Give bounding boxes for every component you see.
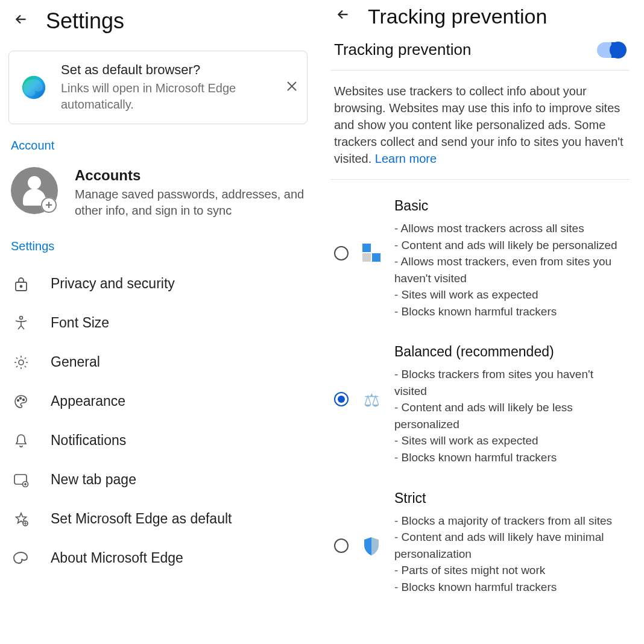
bullet: Content and ads will likely be less pers… — [394, 399, 626, 432]
settings-item-appearance[interactable]: Appearance — [8, 382, 308, 421]
tracking-toggle-label: Tracking prevention — [334, 40, 471, 59]
bullet: Sites will work as expected — [394, 432, 626, 449]
learn-more-link[interactable]: Learn more — [375, 152, 437, 165]
tracking-options: Basic Allows most trackers across all si… — [330, 180, 630, 595]
section-account-label: Account — [11, 139, 305, 153]
settings-item-label: Appearance — [51, 393, 125, 409]
settings-item-newtab[interactable]: New tab page — [8, 460, 308, 499]
settings-item-set-default[interactable]: Set Microsoft Edge as default — [8, 499, 308, 538]
settings-item-label: New tab page — [51, 472, 136, 488]
tracking-toggle[interactable] — [597, 42, 626, 58]
scales-icon: ⚖ — [359, 390, 384, 411]
svg-point-4 — [19, 360, 24, 365]
option-balanced-body: Balanced (recommended) Blocks trackers f… — [394, 344, 626, 466]
settings-item-label: Notifications — [51, 432, 126, 449]
settings-item-notifications[interactable]: Notifications — [8, 421, 308, 460]
new-tab-icon — [12, 473, 30, 487]
default-browser-body: Set as default browser? Links will open … — [61, 62, 273, 113]
settings-item-label: Font Size — [51, 315, 109, 331]
option-strict[interactable]: Strict Blocks a majority of trackers fro… — [330, 490, 630, 596]
default-browser-card[interactable]: Set as default browser? Links will open … — [8, 51, 308, 124]
bullet: Blocks a majority of trackers from all s… — [394, 513, 626, 529]
radio-balanced[interactable] — [334, 392, 349, 406]
bullet: Blocks trackers from sites you haven't v… — [394, 366, 626, 399]
avatar-icon: + — [11, 167, 58, 214]
svg-point-3 — [20, 316, 23, 319]
bullet: Blocks known harmful trackers — [394, 449, 626, 466]
settings-item-font[interactable]: Font Size — [8, 303, 308, 343]
page-title: Settings — [46, 8, 124, 34]
settings-item-label: Privacy and security — [51, 276, 175, 292]
option-basic-body: Basic Allows most trackers across all si… — [394, 198, 626, 320]
option-basic[interactable]: Basic Allows most trackers across all si… — [330, 198, 630, 320]
section-settings-label: Settings — [11, 239, 305, 253]
palette-icon — [12, 394, 30, 409]
accounts-title: Accounts — [75, 167, 305, 184]
back-icon[interactable] — [13, 11, 29, 31]
shield-icon — [359, 536, 384, 557]
option-bullets: Allows most trackers across all sites Co… — [394, 220, 626, 320]
accessibility-icon — [12, 315, 30, 331]
bullet: Parts of sites might not work — [394, 562, 626, 579]
bullet: Sites will work as expected — [394, 286, 626, 303]
gear-icon — [12, 355, 30, 370]
settings-list: Privacy and security Font Size General A… — [8, 264, 308, 578]
settings-item-label: General — [51, 354, 100, 370]
default-browser-subtitle: Links will open in Microsoft Edge automa… — [61, 80, 273, 113]
settings-item-privacy[interactable]: Privacy and security — [8, 264, 308, 303]
settings-header: Settings — [8, 0, 308, 48]
accounts-row[interactable]: + Accounts Manage saved passwords, addre… — [8, 163, 308, 236]
close-icon[interactable] — [286, 80, 297, 95]
star-gear-icon — [12, 511, 30, 527]
bell-icon — [12, 433, 30, 449]
option-title: Balanced (recommended) — [394, 344, 626, 360]
bullet: Allows most trackers across all sites — [394, 220, 626, 237]
settings-panel: Settings Set as default browser? Links w… — [0, 0, 322, 644]
option-title: Basic — [394, 198, 626, 214]
option-title: Strict — [394, 490, 626, 507]
settings-item-label: About Microsoft Edge — [51, 550, 183, 566]
svg-point-2 — [21, 285, 22, 287]
tracking-description: Websites use trackers to collect info ab… — [330, 71, 630, 180]
lock-icon — [12, 276, 30, 292]
radio-strict[interactable] — [334, 538, 349, 553]
accounts-body: Accounts Manage saved passwords, address… — [75, 167, 305, 219]
settings-item-about[interactable]: About Microsoft Edge — [8, 538, 308, 578]
basic-icon — [359, 244, 384, 262]
settings-item-label: Set Microsoft Edge as default — [51, 511, 232, 527]
svg-point-5 — [17, 399, 19, 401]
edge-icon — [12, 551, 30, 566]
option-balanced[interactable]: ⚖ Balanced (recommended) Blocks trackers… — [330, 344, 630, 466]
option-strict-body: Strict Blocks a majority of trackers fro… — [394, 490, 626, 596]
bullet: Content and ads will likely be personali… — [394, 237, 626, 254]
option-bullets: Blocks a majority of trackers from all s… — [394, 513, 626, 596]
option-bullets: Blocks trackers from sites you haven't v… — [394, 366, 626, 466]
tracking-prevention-panel: Tracking prevention Tracking prevention … — [322, 0, 644, 644]
svg-point-6 — [20, 397, 22, 399]
bullet: Blocks known harmful trackers — [394, 303, 626, 320]
tracking-toggle-row: Tracking prevention — [330, 34, 630, 71]
accounts-desc: Manage saved passwords, addresses, and o… — [75, 186, 305, 219]
edge-logo-icon — [20, 74, 48, 101]
bullet: Allows most trackers, even from sites yo… — [394, 253, 626, 286]
bullet: Blocks known harmful trackers — [394, 579, 626, 596]
bullet: Content and ads will likely have minimal… — [394, 529, 626, 562]
page-title: Tracking prevention — [368, 5, 547, 28]
default-browser-title: Set as default browser? — [61, 62, 273, 78]
back-icon[interactable] — [335, 7, 351, 27]
svg-point-7 — [23, 399, 25, 400]
radio-basic[interactable] — [334, 246, 349, 260]
tracking-header: Tracking prevention — [330, 0, 630, 34]
settings-item-general[interactable]: General — [8, 343, 308, 382]
